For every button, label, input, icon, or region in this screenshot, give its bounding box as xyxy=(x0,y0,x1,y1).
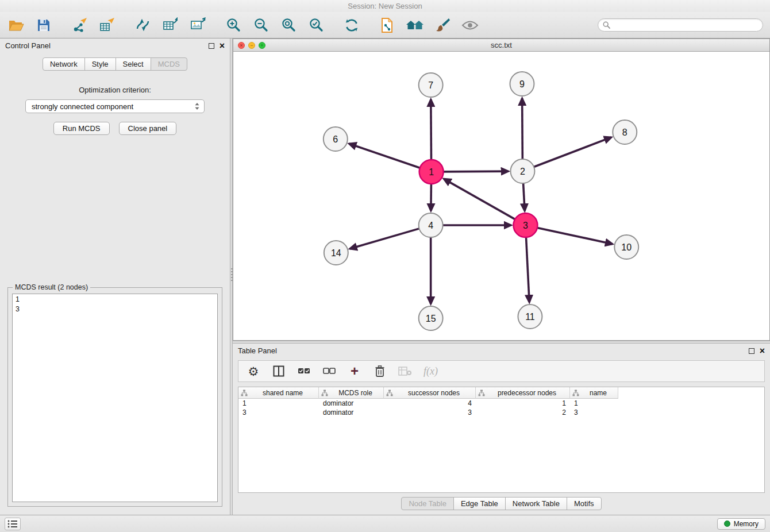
edge-3-10[interactable] xyxy=(537,228,613,244)
node-11[interactable]: 11 xyxy=(518,304,542,329)
first-neighbors-icon[interactable] xyxy=(406,16,424,34)
close-table-panel-icon[interactable]: × xyxy=(760,346,765,356)
share-arrows-icon xyxy=(135,17,151,33)
table-cell[interactable]: 3 xyxy=(570,408,618,417)
delete-table-icon[interactable] xyxy=(398,364,412,378)
tab-network-table[interactable]: Network Table xyxy=(505,497,567,510)
search-box[interactable] xyxy=(598,18,763,32)
node-14[interactable]: 14 xyxy=(324,241,348,265)
table-cell[interactable]: 4 xyxy=(384,399,476,408)
node-10[interactable]: 10 xyxy=(614,235,638,259)
clear-selection-icon[interactable] xyxy=(322,364,336,378)
tab-edge-table[interactable]: Edge Table xyxy=(453,497,506,510)
refresh-group xyxy=(342,16,361,34)
table-cell[interactable]: 3 xyxy=(384,408,476,417)
zoom-in-icon[interactable] xyxy=(224,16,242,34)
table-cell[interactable]: 3 xyxy=(238,408,319,417)
column-header-predecessor-nodes[interactable]: predecessor nodes xyxy=(476,387,570,399)
node-label: 8 xyxy=(622,128,627,137)
create-column-icon[interactable]: + xyxy=(348,364,361,378)
close-panel-button[interactable]: Close panel xyxy=(119,122,177,135)
edge-4-14[interactable] xyxy=(350,229,419,249)
table-cell[interactable]: dominator xyxy=(319,408,384,417)
delete-column-icon[interactable] xyxy=(373,364,387,378)
table-cell[interactable]: 1 xyxy=(238,399,319,408)
memory-button[interactable]: Memory xyxy=(717,518,765,530)
column-header-shared-name[interactable]: shared name xyxy=(238,387,319,399)
show-hide-icon[interactable] xyxy=(461,16,479,34)
show-columns-icon[interactable] xyxy=(272,364,286,378)
new-network-icon[interactable] xyxy=(133,16,152,34)
node-4[interactable]: 4 xyxy=(419,213,443,237)
float-panel-icon[interactable] xyxy=(209,43,214,49)
node-1[interactable]: 1 xyxy=(419,160,444,184)
network-from-document-icon[interactable] xyxy=(378,16,396,34)
mcds-result-text[interactable]: 1 3 xyxy=(12,294,218,502)
table-panel-header: Table Panel × xyxy=(233,344,770,358)
export-image-icon[interactable] xyxy=(188,16,207,34)
refresh-icon[interactable] xyxy=(342,16,361,34)
node-7[interactable]: 7 xyxy=(419,73,443,97)
tab-node-table[interactable]: Node Table xyxy=(401,497,454,510)
minimize-window-icon[interactable]: − xyxy=(248,42,255,49)
save-session-icon[interactable] xyxy=(34,16,53,34)
import-table-icon[interactable] xyxy=(98,16,116,34)
table-cell[interactable]: 1 xyxy=(570,399,618,408)
mcds-panel: Optimization criterion: strongly connect… xyxy=(0,71,230,515)
zoom-selected-icon[interactable] xyxy=(307,16,325,34)
node-9[interactable]: 9 xyxy=(510,72,534,96)
panel-splitter[interactable] xyxy=(230,38,233,515)
edge-3-1[interactable] xyxy=(444,179,515,219)
edge-2-3[interactable] xyxy=(523,183,525,211)
column-header-name[interactable]: name xyxy=(570,387,618,399)
gear-icon[interactable]: ⚙ xyxy=(247,364,260,378)
edge-1-6[interactable] xyxy=(349,144,419,168)
run-mcds-button[interactable]: Run MCDS xyxy=(53,122,110,135)
task-history-button[interactable] xyxy=(5,518,21,530)
table-cell[interactable]: 1 xyxy=(476,399,570,408)
search-input[interactable] xyxy=(613,21,758,29)
tab-motifs[interactable]: Motifs xyxy=(567,497,602,510)
open-session-icon[interactable] xyxy=(7,16,25,34)
edge-3-11[interactable] xyxy=(526,237,530,302)
node-2[interactable]: 2 xyxy=(510,159,534,183)
table-cell[interactable]: 2 xyxy=(476,408,570,417)
edge-2-8[interactable] xyxy=(534,137,611,167)
float-table-panel-icon[interactable] xyxy=(749,348,754,354)
edge-2-9[interactable] xyxy=(522,98,523,159)
select-all-icon[interactable] xyxy=(297,364,311,378)
close-window-icon[interactable]: × xyxy=(238,42,245,49)
mcds-buttons: Run MCDS Close panel xyxy=(0,122,230,135)
network-canvas[interactable]: 7968124314101511 xyxy=(233,52,769,340)
node-3[interactable]: 3 xyxy=(513,213,537,237)
function-builder-icon[interactable]: f(x) xyxy=(424,365,438,377)
tab-mcds[interactable]: MCDS xyxy=(151,57,187,71)
tab-network[interactable]: Network xyxy=(43,57,85,71)
new-table-icon[interactable] xyxy=(161,16,179,34)
zoom-window-icon[interactable]: + xyxy=(259,42,265,49)
window-controls: × − + xyxy=(238,39,265,52)
node-8[interactable]: 8 xyxy=(613,120,637,144)
node-6[interactable]: 6 xyxy=(324,127,348,151)
table-row[interactable]: 3dominator323 xyxy=(238,408,764,417)
column-header-successor-nodes[interactable]: successor nodes xyxy=(384,387,476,399)
zoom-fit-icon[interactable] xyxy=(279,16,298,34)
tab-style[interactable]: Style xyxy=(84,57,116,71)
circular-arrows-icon xyxy=(344,17,360,33)
floppy-icon xyxy=(37,18,51,32)
edge-1-4[interactable] xyxy=(431,184,432,211)
edge-1-7[interactable] xyxy=(431,99,432,160)
tab-select[interactable]: Select xyxy=(116,57,151,71)
import-network-icon[interactable] xyxy=(70,16,88,34)
edge-1-2[interactable] xyxy=(444,171,509,172)
optimization-dropdown[interactable]: strongly connected component xyxy=(25,99,205,113)
column-header-mcds-role[interactable]: MCDS role xyxy=(319,387,384,399)
table-row[interactable]: 1dominator411 xyxy=(238,399,764,408)
columns-icon xyxy=(273,365,284,377)
zoom-out-icon[interactable] xyxy=(252,16,270,34)
table-cell[interactable]: dominator xyxy=(319,399,384,408)
close-control-panel-icon[interactable]: × xyxy=(220,41,225,51)
network-graph[interactable]: 7968124314101511 xyxy=(233,52,769,340)
apply-style-icon[interactable] xyxy=(433,16,452,34)
node-15[interactable]: 15 xyxy=(419,306,443,330)
